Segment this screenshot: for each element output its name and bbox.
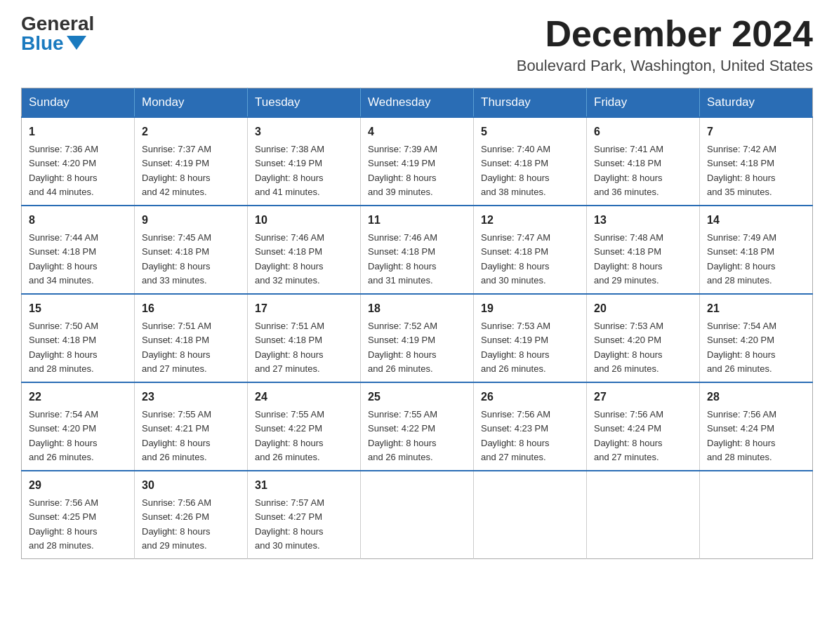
calendar-day-cell: 8 Sunrise: 7:44 AMSunset: 4:18 PMDayligh… (22, 206, 135, 294)
calendar-week-row: 15 Sunrise: 7:50 AMSunset: 4:18 PMDaylig… (22, 294, 813, 382)
day-number: 24 (255, 389, 353, 405)
day-info: Sunrise: 7:56 AMSunset: 4:23 PMDaylight:… (481, 409, 550, 462)
calendar-day-cell: 1 Sunrise: 7:36 AMSunset: 4:20 PMDayligh… (22, 117, 135, 206)
calendar-day-cell: 31 Sunrise: 7:57 AMSunset: 4:27 PMDaylig… (248, 471, 361, 559)
day-info: Sunrise: 7:55 AMSunset: 4:22 PMDaylight:… (255, 409, 324, 462)
day-number: 31 (255, 477, 353, 494)
calendar-day-cell (587, 471, 700, 559)
day-number: 3 (255, 123, 353, 140)
day-info: Sunrise: 7:44 AMSunset: 4:18 PMDaylight:… (29, 232, 98, 286)
day-info: Sunrise: 7:41 AMSunset: 4:18 PMDaylight:… (594, 144, 663, 197)
calendar-day-cell: 3 Sunrise: 7:38 AMSunset: 4:19 PMDayligh… (248, 117, 361, 206)
calendar-week-row: 1 Sunrise: 7:36 AMSunset: 4:20 PMDayligh… (22, 117, 813, 206)
day-number: 10 (255, 212, 353, 229)
calendar-day-cell: 2 Sunrise: 7:37 AMSunset: 4:19 PMDayligh… (135, 117, 248, 206)
calendar-day-cell: 4 Sunrise: 7:39 AMSunset: 4:19 PMDayligh… (361, 117, 474, 206)
day-number: 20 (594, 300, 692, 317)
calendar-day-cell: 17 Sunrise: 7:51 AMSunset: 4:18 PMDaylig… (248, 294, 361, 382)
day-number: 27 (594, 389, 692, 405)
calendar-header-row: SundayMondayTuesdayWednesdayThursdayFrid… (22, 88, 813, 118)
header-sunday: Sunday (22, 88, 135, 118)
calendar-day-cell: 13 Sunrise: 7:48 AMSunset: 4:18 PMDaylig… (587, 206, 700, 294)
day-number: 21 (707, 300, 805, 317)
day-number: 15 (29, 300, 127, 317)
day-number: 26 (481, 389, 579, 405)
day-info: Sunrise: 7:45 AMSunset: 4:18 PMDaylight:… (142, 232, 211, 286)
logo-triangle-icon (67, 36, 86, 50)
calendar-day-cell: 28 Sunrise: 7:56 AMSunset: 4:24 PMDaylig… (700, 382, 813, 471)
calendar-day-cell: 9 Sunrise: 7:45 AMSunset: 4:18 PMDayligh… (135, 206, 248, 294)
day-info: Sunrise: 7:52 AMSunset: 4:19 PMDaylight:… (368, 321, 437, 374)
calendar-day-cell: 14 Sunrise: 7:49 AMSunset: 4:18 PMDaylig… (700, 206, 813, 294)
day-info: Sunrise: 7:56 AMSunset: 4:24 PMDaylight:… (594, 409, 663, 462)
day-number: 30 (142, 477, 240, 494)
calendar-day-cell: 21 Sunrise: 7:54 AMSunset: 4:20 PMDaylig… (700, 294, 813, 382)
day-number: 8 (29, 212, 127, 229)
day-info: Sunrise: 7:53 AMSunset: 4:19 PMDaylight:… (481, 321, 550, 374)
calendar-day-cell: 29 Sunrise: 7:56 AMSunset: 4:25 PMDaylig… (22, 471, 135, 559)
header-friday: Friday (587, 88, 700, 118)
calendar-week-row: 8 Sunrise: 7:44 AMSunset: 4:18 PMDayligh… (22, 206, 813, 294)
day-number: 6 (594, 123, 692, 140)
calendar-day-cell: 25 Sunrise: 7:55 AMSunset: 4:22 PMDaylig… (361, 382, 474, 471)
day-number: 22 (29, 389, 127, 405)
calendar-day-cell: 12 Sunrise: 7:47 AMSunset: 4:18 PMDaylig… (474, 206, 587, 294)
day-number: 2 (142, 123, 240, 140)
day-info: Sunrise: 7:36 AMSunset: 4:20 PMDaylight:… (29, 144, 98, 197)
calendar-title: December 2024 (517, 14, 813, 54)
header-saturday: Saturday (700, 88, 813, 118)
day-info: Sunrise: 7:57 AMSunset: 4:27 PMDaylight:… (255, 497, 324, 551)
day-number: 5 (481, 123, 579, 140)
day-info: Sunrise: 7:56 AMSunset: 4:25 PMDaylight:… (29, 497, 98, 551)
day-number: 14 (707, 212, 805, 229)
day-info: Sunrise: 7:37 AMSunset: 4:19 PMDaylight:… (142, 144, 211, 197)
header-monday: Monday (135, 88, 248, 118)
logo-blue-text: Blue (21, 34, 86, 53)
day-info: Sunrise: 7:55 AMSunset: 4:22 PMDaylight:… (368, 409, 437, 462)
day-info: Sunrise: 7:39 AMSunset: 4:19 PMDaylight:… (368, 144, 437, 197)
calendar-day-cell (361, 471, 474, 559)
calendar-day-cell: 11 Sunrise: 7:46 AMSunset: 4:18 PMDaylig… (361, 206, 474, 294)
calendar-day-cell: 23 Sunrise: 7:55 AMSunset: 4:21 PMDaylig… (135, 382, 248, 471)
day-number: 7 (707, 123, 805, 140)
calendar-week-row: 29 Sunrise: 7:56 AMSunset: 4:25 PMDaylig… (22, 471, 813, 559)
header: General Blue December 2024 Boulevard Par… (21, 14, 813, 75)
day-info: Sunrise: 7:53 AMSunset: 4:20 PMDaylight:… (594, 321, 663, 374)
day-number: 1 (29, 123, 127, 140)
calendar-table: SundayMondayTuesdayWednesdayThursdayFrid… (21, 88, 813, 559)
calendar-day-cell: 18 Sunrise: 7:52 AMSunset: 4:19 PMDaylig… (361, 294, 474, 382)
day-info: Sunrise: 7:50 AMSunset: 4:18 PMDaylight:… (29, 321, 98, 374)
calendar-day-cell (474, 471, 587, 559)
calendar-day-cell: 30 Sunrise: 7:56 AMSunset: 4:26 PMDaylig… (135, 471, 248, 559)
day-info: Sunrise: 7:40 AMSunset: 4:18 PMDaylight:… (481, 144, 550, 197)
day-info: Sunrise: 7:46 AMSunset: 4:18 PMDaylight:… (255, 232, 324, 286)
calendar-day-cell: 19 Sunrise: 7:53 AMSunset: 4:19 PMDaylig… (474, 294, 587, 382)
day-info: Sunrise: 7:48 AMSunset: 4:18 PMDaylight:… (594, 232, 663, 286)
calendar-day-cell: 5 Sunrise: 7:40 AMSunset: 4:18 PMDayligh… (474, 117, 587, 206)
calendar-day-cell: 22 Sunrise: 7:54 AMSunset: 4:20 PMDaylig… (22, 382, 135, 471)
header-thursday: Thursday (474, 88, 587, 118)
day-number: 9 (142, 212, 240, 229)
day-info: Sunrise: 7:56 AMSunset: 4:26 PMDaylight:… (142, 497, 211, 551)
calendar-day-cell (700, 471, 813, 559)
day-number: 18 (368, 300, 466, 317)
calendar-week-row: 22 Sunrise: 7:54 AMSunset: 4:20 PMDaylig… (22, 382, 813, 471)
calendar-day-cell: 24 Sunrise: 7:55 AMSunset: 4:22 PMDaylig… (248, 382, 361, 471)
day-number: 13 (594, 212, 692, 229)
day-number: 11 (368, 212, 466, 229)
title-area: December 2024 Boulevard Park, Washington… (517, 14, 813, 75)
day-info: Sunrise: 7:55 AMSunset: 4:21 PMDaylight:… (142, 409, 211, 462)
day-number: 29 (29, 477, 127, 494)
day-info: Sunrise: 7:51 AMSunset: 4:18 PMDaylight:… (142, 321, 211, 374)
logo-general-text: General (21, 14, 94, 34)
day-info: Sunrise: 7:54 AMSunset: 4:20 PMDaylight:… (707, 321, 776, 374)
day-number: 12 (481, 212, 579, 229)
day-info: Sunrise: 7:49 AMSunset: 4:18 PMDaylight:… (707, 232, 776, 286)
calendar-day-cell: 26 Sunrise: 7:56 AMSunset: 4:23 PMDaylig… (474, 382, 587, 471)
day-info: Sunrise: 7:38 AMSunset: 4:19 PMDaylight:… (255, 144, 324, 197)
header-tuesday: Tuesday (248, 88, 361, 118)
day-info: Sunrise: 7:56 AMSunset: 4:24 PMDaylight:… (707, 409, 776, 462)
calendar-day-cell: 6 Sunrise: 7:41 AMSunset: 4:18 PMDayligh… (587, 117, 700, 206)
day-number: 23 (142, 389, 240, 405)
header-wednesday: Wednesday (361, 88, 474, 118)
